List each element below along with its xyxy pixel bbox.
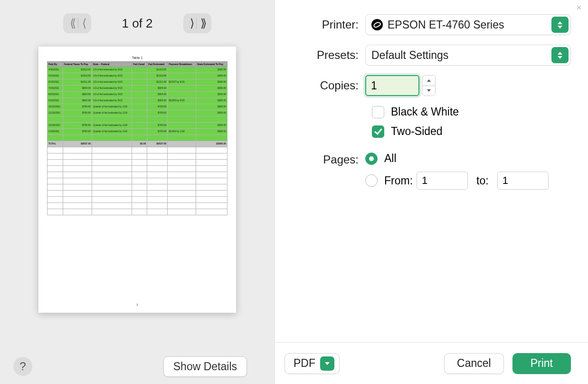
table-cell [92,147,132,154]
table-cell: $1313.00 [63,67,92,73]
pdf-label: PDF [294,357,315,370]
pages-all-label: All [384,152,397,165]
two-sided-checkbox[interactable] [372,125,384,138]
table-cell [132,203,147,209]
table-cell: $300.00 [196,129,228,135]
nav-separator [78,18,78,29]
table-cell [196,154,228,160]
table-cell [168,110,196,116]
bw-checkbox[interactable] [372,106,384,118]
print-button[interactable]: Print [512,353,571,374]
pages-label: Pages: [289,152,365,166]
cancel-button[interactable]: Cancel [444,353,504,374]
table-cell [168,154,196,160]
copies-input[interactable] [365,75,419,96]
table-cell [147,191,168,197]
thumb-header-cell: Fed Owed [132,62,147,67]
pages-all-option[interactable]: All [365,152,552,165]
stepper-down-icon[interactable] [423,86,435,96]
page-counter: 1 of 2 [122,16,152,31]
table-cell [63,184,92,191]
table-cell [132,184,147,191]
table-cell: $1313.00 [147,67,168,73]
table-cell: $904.00 [63,92,92,98]
pages-to-label: to: [476,174,489,187]
pdf-menu-button[interactable]: PDF [285,353,340,374]
two-sided-checkbox-row[interactable]: Two-Sided [372,125,571,138]
table-cell [132,110,147,116]
printer-select[interactable]: EPSON ET-4760 Series [365,14,571,35]
table-cell [132,154,147,160]
pages-range-radio[interactable] [365,174,378,187]
table-cell: $700.00 [63,129,92,135]
table-cell [132,172,147,178]
table-cell [47,154,63,160]
table-cell [47,135,63,141]
table-cell: $9537.00 [147,141,168,147]
printer-row: Printer: EPSON ET-4760 Series [289,14,571,35]
page-nav-bar: ⟪ ⟨ 1 of 2 ⟩ ⟫ [0,13,275,33]
table-cell: $700.00 [147,104,168,110]
next-page-buttons[interactable]: ⟩ ⟫ [183,13,211,33]
preview-pane: ⟪ ⟨ 1 of 2 ⟩ ⟫ Table 1 Paid ByFederal Ta… [0,0,275,384]
thumb-header-cell: Paid By [47,62,63,67]
close-icon[interactable]: × [576,3,581,13]
table-cell [196,203,228,209]
presets-select[interactable]: Default Settings [365,45,571,66]
table-row [47,203,228,209]
table-cell [147,116,168,123]
table-cell [47,184,63,191]
pages-to-input[interactable] [497,172,549,190]
table-cell [168,203,196,209]
page-thumbnail: Table 1 Paid ByFederal Taxes To PayNote … [38,47,236,313]
dialog-footer: PDF Cancel Print [275,342,588,384]
table-cell [63,172,92,178]
table-cell [168,197,196,203]
table-row: 9/15/2021$902.001/3 of fed estimated by … [47,98,228,104]
pages-range-option[interactable]: From: to: [365,172,552,190]
table-cell [196,160,228,166]
table-cell [63,147,92,154]
stepper-up-icon[interactable] [423,76,435,86]
thumbnail-table: Paid ByFederal Taxes To PayNote – Federa… [47,61,228,215]
printer-status-icon [371,19,383,30]
table-cell: $1311.00 [147,79,168,86]
table-cell [168,172,196,178]
nav-separator [196,18,197,29]
table-cell [63,160,92,166]
thumbnail-table-title: Table 1 [47,56,228,59]
table-cell [132,166,147,172]
bw-checkbox-row[interactable]: Black & White [372,106,571,118]
table-cell [196,116,228,123]
show-details-button[interactable]: Show Details [163,356,247,377]
table-cell [132,123,147,129]
table-cell [132,129,147,135]
pages-all-radio[interactable] [365,153,378,165]
table-cell: 11/15/2021 [47,110,63,116]
table-cell: $904.00 [63,86,92,92]
table-cell [47,178,63,184]
table-cell: TOTAL [47,141,63,147]
pages-from-label: From: [384,174,413,187]
table-cell: $700.00 [147,129,168,135]
table-cell [147,147,168,154]
next-page-icon[interactable]: ⟩ [190,17,192,30]
help-button[interactable]: ? [13,357,32,376]
table-row [47,154,228,160]
pages-from-input[interactable] [417,172,468,190]
table-cell [196,147,228,154]
table-cell: $300.00 [196,86,228,92]
table-row: 6/15/2021$1311.001/3 of fed estimated by… [47,79,228,86]
table-cell: $700.00 [63,123,92,129]
last-page-icon[interactable]: ⟫ [200,17,205,30]
table-cell [92,154,132,160]
table-cell: $300.00 [196,104,228,110]
table-cell [132,86,147,92]
table-cell [92,135,132,141]
table-cell [147,154,168,160]
table-cell [132,209,147,215]
table-row: TOTAL$9537.00$0.00$9537.00$3000.00 [47,141,228,147]
table-cell [168,166,196,172]
copies-stepper[interactable] [422,75,436,96]
table-row [47,197,228,203]
